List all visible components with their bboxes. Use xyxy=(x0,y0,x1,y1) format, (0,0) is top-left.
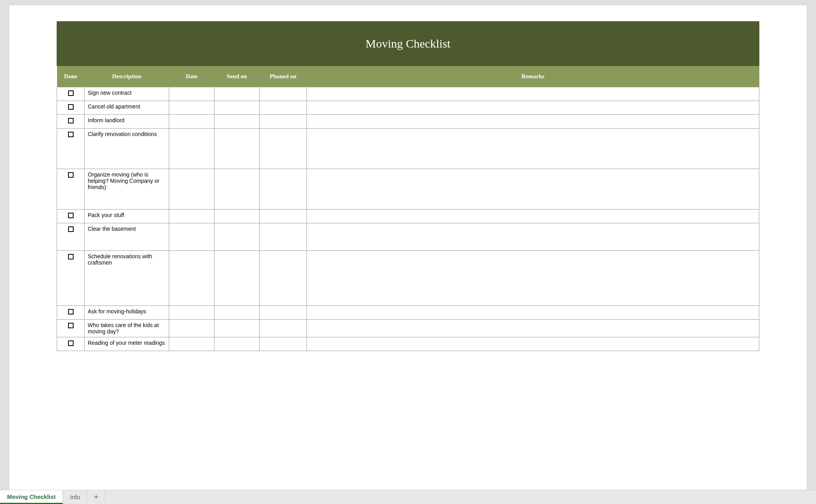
checkbox-icon[interactable] xyxy=(68,254,74,259)
description-cell[interactable]: Who takes care of the kids at moving day… xyxy=(85,320,169,337)
checkbox-icon[interactable] xyxy=(68,172,74,178)
done-cell[interactable] xyxy=(57,306,85,320)
remarks-cell[interactable] xyxy=(307,87,759,101)
sendon-cell[interactable] xyxy=(214,169,260,210)
done-cell[interactable] xyxy=(57,115,85,129)
header-sendon: Send on xyxy=(214,66,260,87)
remarks-cell[interactable] xyxy=(307,115,759,129)
date-cell[interactable] xyxy=(169,320,214,337)
date-cell[interactable] xyxy=(169,210,214,223)
sendon-cell[interactable] xyxy=(214,87,260,101)
table-row: Inform landlord xyxy=(57,115,759,129)
content-area: Moving Checklist Done Description Date S… xyxy=(9,6,807,490)
date-cell[interactable] xyxy=(169,101,214,115)
header-phonedon: Phoned on xyxy=(260,66,307,87)
date-cell[interactable] xyxy=(169,129,214,169)
done-cell[interactable] xyxy=(57,87,85,101)
done-cell[interactable] xyxy=(57,169,85,210)
phonedon-cell[interactable] xyxy=(260,87,307,101)
page-title: Moving Checklist xyxy=(57,21,759,66)
remarks-cell[interactable] xyxy=(307,101,759,115)
checkbox-icon[interactable] xyxy=(68,340,74,346)
remarks-cell[interactable] xyxy=(307,337,759,351)
checkbox-icon[interactable] xyxy=(68,213,74,218)
phonedon-cell[interactable] xyxy=(260,169,307,210)
remarks-cell[interactable] xyxy=(307,169,759,210)
phonedon-cell[interactable] xyxy=(260,320,307,337)
remarks-cell[interactable] xyxy=(307,251,759,306)
description-cell[interactable]: Pack your stuff xyxy=(85,210,169,223)
table-row: Pack your stuff xyxy=(57,210,759,223)
checkbox-icon[interactable] xyxy=(68,90,74,96)
date-cell[interactable] xyxy=(169,169,214,210)
date-cell[interactable] xyxy=(169,251,214,306)
remarks-cell[interactable] xyxy=(307,129,759,169)
remarks-cell[interactable] xyxy=(307,306,759,320)
remarks-cell[interactable] xyxy=(307,210,759,223)
date-cell[interactable] xyxy=(169,223,214,251)
phonedon-cell[interactable] xyxy=(260,223,307,251)
sendon-cell[interactable] xyxy=(214,129,260,169)
date-cell[interactable] xyxy=(169,87,214,101)
remarks-cell[interactable] xyxy=(307,320,759,337)
checkbox-icon[interactable] xyxy=(68,132,74,137)
table-header-row: Done Description Date Send on Phoned on … xyxy=(57,66,759,87)
done-cell[interactable] xyxy=(57,337,85,351)
phonedon-cell[interactable] xyxy=(260,306,307,320)
header-done: Done xyxy=(57,66,85,87)
checkbox-icon[interactable] xyxy=(68,226,74,232)
sendon-cell[interactable] xyxy=(214,337,260,351)
done-cell[interactable] xyxy=(57,251,85,306)
description-cell[interactable]: Inform landlord xyxy=(85,115,169,129)
checkbox-icon[interactable] xyxy=(68,118,74,123)
description-cell[interactable]: Clarify renovation conditions xyxy=(85,129,169,169)
date-cell[interactable] xyxy=(169,306,214,320)
sendon-cell[interactable] xyxy=(214,306,260,320)
remarks-cell[interactable] xyxy=(307,223,759,251)
description-cell[interactable]: Clear the basement xyxy=(85,223,169,251)
table-row: Schedule renovations with craftsmen xyxy=(57,251,759,306)
phonedon-cell[interactable] xyxy=(260,129,307,169)
sendon-cell[interactable] xyxy=(214,320,260,337)
done-cell[interactable] xyxy=(57,320,85,337)
sendon-cell[interactable] xyxy=(214,251,260,306)
checklist-table: Done Description Date Send on Phoned on … xyxy=(57,66,759,351)
sendon-cell[interactable] xyxy=(214,101,260,115)
sendon-cell[interactable] xyxy=(214,115,260,129)
description-cell[interactable]: Schedule renovations with craftsmen xyxy=(85,251,169,306)
table-row: Cancel old apartment xyxy=(57,101,759,115)
checkbox-icon[interactable] xyxy=(68,309,74,315)
table-row: Clear the basement xyxy=(57,223,759,251)
header-date: Date xyxy=(169,66,214,87)
date-cell[interactable] xyxy=(169,115,214,129)
done-cell[interactable] xyxy=(57,210,85,223)
description-cell[interactable]: Ask for moving-holidays xyxy=(85,306,169,320)
table-row: Organize moving (who is helping? Moving … xyxy=(57,169,759,210)
done-cell[interactable] xyxy=(57,129,85,169)
phonedon-cell[interactable] xyxy=(260,337,307,351)
page-wrapper: Moving Checklist Done Description Date S… xyxy=(9,6,807,490)
date-cell[interactable] xyxy=(169,337,214,351)
done-cell[interactable] xyxy=(57,101,85,115)
table-row: Clarify renovation conditions xyxy=(57,129,759,169)
phonedon-cell[interactable] xyxy=(260,115,307,129)
phonedon-cell[interactable] xyxy=(260,101,307,115)
checkbox-icon[interactable] xyxy=(68,323,74,328)
table-row: Reading of your meter readings xyxy=(57,337,759,351)
description-cell[interactable]: Organize moving (who is helping? Moving … xyxy=(85,169,169,210)
description-cell[interactable]: Cancel old apartment xyxy=(85,101,169,115)
description-cell[interactable]: Sign new contract xyxy=(85,87,169,101)
header-description: Description xyxy=(85,66,169,87)
table-row: Who takes care of the kids at moving day… xyxy=(57,320,759,337)
description-cell[interactable]: Reading of your meter readings xyxy=(85,337,169,351)
checkbox-icon[interactable] xyxy=(68,104,74,110)
table-row: Sign new contract xyxy=(57,87,759,101)
sendon-cell[interactable] xyxy=(214,223,260,251)
table-row: Ask for moving-holidays xyxy=(57,306,759,320)
sendon-cell[interactable] xyxy=(214,210,260,223)
phonedon-cell[interactable] xyxy=(260,210,307,223)
done-cell[interactable] xyxy=(57,223,85,251)
header-remarks: Remarks xyxy=(307,66,759,87)
phonedon-cell[interactable] xyxy=(260,251,307,306)
